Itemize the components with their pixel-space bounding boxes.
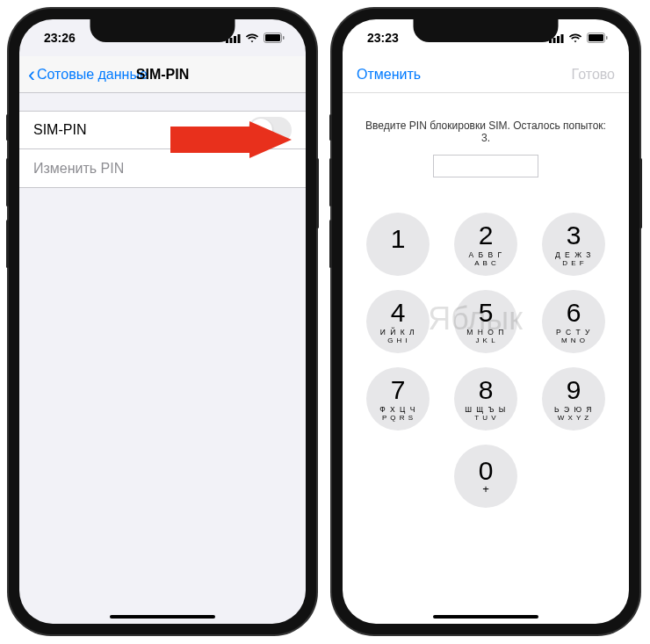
- key-5[interactable]: 5М Н О ПJ K L: [454, 290, 517, 353]
- home-indicator[interactable]: [433, 615, 538, 619]
- notch: [90, 19, 235, 42]
- svg-rect-2: [234, 36, 236, 43]
- nav-title: SIM-PIN: [136, 67, 189, 83]
- svg-rect-10: [557, 36, 560, 43]
- row-label: Изменить PIN: [33, 161, 124, 177]
- key-3[interactable]: 3Д Е Ж ЗD E F: [542, 213, 605, 276]
- back-button[interactable]: ‹ Сотовые данные: [28, 64, 148, 85]
- svg-marker-7: [170, 121, 292, 158]
- battery-icon: [587, 33, 608, 43]
- svg-rect-6: [283, 36, 285, 40]
- status-time: 23:26: [44, 31, 76, 45]
- nav-bar: Отменить Готово: [343, 56, 629, 93]
- svg-rect-1: [230, 38, 233, 43]
- svg-rect-14: [606, 36, 608, 40]
- annotation-arrow: [170, 121, 293, 162]
- svg-rect-9: [553, 38, 556, 43]
- done-button[interactable]: Готово: [572, 67, 615, 83]
- svg-rect-11: [561, 34, 564, 43]
- status-time: 23:23: [367, 31, 399, 45]
- key-9[interactable]: 9Ь Э Ю ЯW X Y Z: [542, 367, 605, 431]
- row-label: SIM-PIN: [33, 122, 86, 138]
- notch: [414, 19, 559, 42]
- wifi-icon: [568, 33, 582, 43]
- keypad: 1 2А Б В ГA B C 3Д Е Ж ЗD E F 4И Й К ЛG …: [343, 213, 629, 508]
- svg-rect-5: [265, 34, 280, 41]
- phone-frame-left: 23:26 ‹ Сотовые данные SIM-PIN SIM-PIN: [9, 9, 316, 634]
- cancel-button[interactable]: Отменить: [357, 67, 421, 83]
- svg-rect-3: [238, 34, 241, 43]
- key-2[interactable]: 2А Б В ГA B C: [454, 213, 517, 276]
- battery-icon: [264, 33, 285, 43]
- chevron-left-icon: ‹: [28, 64, 35, 85]
- key-7[interactable]: 7Ф Х Ц ЧP Q R S: [366, 367, 430, 431]
- home-indicator[interactable]: [110, 615, 215, 619]
- pin-input[interactable]: [433, 155, 538, 177]
- back-label: Сотовые данные: [37, 67, 148, 83]
- key-0[interactable]: 0+: [454, 445, 517, 508]
- nav-bar: ‹ Сотовые данные SIM-PIN: [19, 56, 306, 93]
- svg-rect-13: [589, 34, 603, 41]
- wifi-icon: [245, 33, 259, 43]
- key-8[interactable]: 8Ш Щ Ъ ЫT U V: [454, 367, 517, 431]
- key-1[interactable]: 1: [366, 213, 430, 276]
- screen-left: 23:26 ‹ Сотовые данные SIM-PIN SIM-PIN: [19, 19, 306, 624]
- screen-right: 23:23 Отменить Готово Введите PIN блокир…: [343, 19, 629, 624]
- phone-frame-right: 23:23 Отменить Готово Введите PIN блокир…: [332, 9, 639, 634]
- key-4[interactable]: 4И Й К ЛG H I: [366, 290, 430, 353]
- instruction-text: Введите PIN блокировки SIM. Осталось поп…: [343, 93, 629, 155]
- key-6[interactable]: 6Р С Т УM N O: [542, 290, 605, 353]
